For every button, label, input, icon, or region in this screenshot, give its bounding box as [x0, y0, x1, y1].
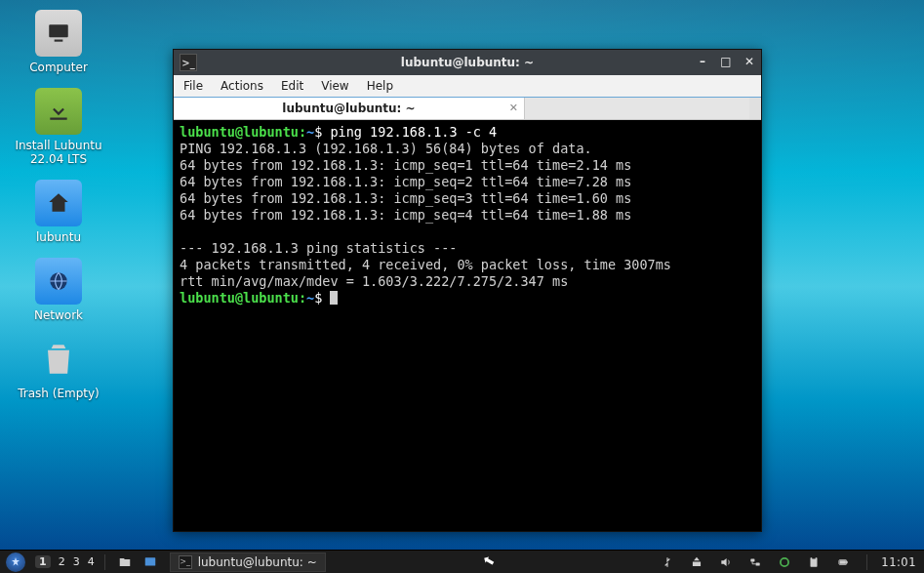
terminal-line: 64 bytes from 192.168.1.3: icmp_seq=1 tt…: [180, 157, 631, 173]
window-titlebar[interactable]: >_ lubuntu@lubuntu: ~ – □ ✕: [174, 50, 761, 75]
terminal-tab[interactable]: lubuntu@lubuntu: ~ ✕: [174, 98, 525, 119]
trash-icon: [35, 336, 82, 383]
terminal-icon: >_: [180, 54, 197, 71]
desktop-icon-install[interactable]: Install Lubuntu 22.04 LTS: [10, 88, 107, 166]
menu-view[interactable]: View: [321, 79, 348, 93]
svg-rect-4: [751, 558, 755, 561]
terminal-command: ping 192.168.1.3 -c 4: [330, 124, 497, 140]
terminal-line: 4 packets transmitted, 4 received, 0% pa…: [180, 257, 671, 272]
tray-updater-icon[interactable]: [658, 553, 677, 572]
tray-clipboard-icon[interactable]: [804, 553, 824, 572]
prompt-end: $: [314, 290, 322, 306]
show-desktop-icon[interactable]: [141, 553, 160, 572]
minimize-button[interactable]: –: [695, 54, 710, 69]
taskbar-task-terminal[interactable]: >_ lubuntu@lubuntu: ~: [170, 553, 326, 572]
tab-close-icon[interactable]: ✕: [509, 102, 518, 114]
tray-battery-icon[interactable]: [833, 553, 853, 572]
desktop-1[interactable]: 1: [35, 555, 51, 568]
prompt-sep: :: [299, 124, 306, 140]
desktop: Computer Install Lubuntu 22.04 LTS lubun…: [0, 0, 146, 414]
desktop-icon-label: Computer: [10, 61, 107, 74]
taskbar-separator: [866, 554, 867, 570]
tab-label: lubuntu@lubuntu: ~: [282, 102, 415, 115]
svg-rect-3: [144, 557, 155, 565]
menu-file[interactable]: File: [183, 79, 203, 93]
home-folder-icon: [35, 180, 82, 226]
svg-rect-1: [55, 40, 63, 42]
desktop-icon-label: lubuntu: [10, 230, 107, 244]
terminal-icon: >_: [179, 555, 192, 569]
system-tray: 11:01: [658, 553, 924, 572]
terminal-cursor: [330, 291, 338, 305]
desktop-4[interactable]: 4: [88, 555, 95, 568]
taskbar-clock[interactable]: 11:01: [881, 555, 916, 569]
menu-edit[interactable]: Edit: [281, 79, 303, 93]
desktop-icon-label: Trash (Empty): [10, 387, 107, 400]
desktop-icon-trash[interactable]: Trash (Empty): [10, 336, 107, 400]
file-manager-icon[interactable]: [115, 553, 135, 572]
terminal-line: 64 bytes from 192.168.1.3: icmp_seq=2 tt…: [180, 174, 631, 189]
menu-actions[interactable]: Actions: [221, 79, 263, 93]
terminal-line: 64 bytes from 192.168.1.3: icmp_seq=3 tt…: [180, 190, 631, 206]
desktop-icon-network[interactable]: Network: [10, 258, 107, 322]
window-title: lubuntu@lubuntu: ~: [401, 56, 534, 69]
desktop-icon-computer[interactable]: Computer: [10, 10, 107, 74]
terminal-window[interactable]: >_ lubuntu@lubuntu: ~ – □ ✕ File Actions…: [173, 49, 762, 532]
prompt-user: lubuntu@lubuntu: [180, 124, 299, 140]
desktop-icon-label: Network: [10, 308, 107, 322]
tray-removable-icon[interactable]: [687, 553, 706, 572]
terminal-line: --- 192.168.1.3 ping statistics ---: [180, 240, 457, 256]
maximize-button[interactable]: □: [718, 54, 734, 69]
install-icon: [35, 88, 82, 135]
app-launcher-button[interactable]: [6, 553, 25, 572]
svg-rect-0: [49, 24, 68, 37]
close-button[interactable]: ✕: [742, 54, 757, 69]
terminal-line: PING 192.168.1.3 (192.168.1.3) 56(84) by…: [180, 141, 592, 156]
desktop-icon-home[interactable]: lubuntu: [10, 180, 107, 244]
computer-icon: [35, 10, 82, 57]
prompt-end: $: [314, 124, 322, 140]
terminal-line: 64 bytes from 192.168.1.3: icmp_seq=4 tt…: [180, 207, 631, 223]
svg-rect-7: [811, 557, 818, 566]
terminal-line: rtt min/avg/max/mdev = 1.603/3.222/7.275…: [180, 273, 568, 289]
svg-rect-8: [813, 556, 817, 558]
tray-volume-icon[interactable]: [716, 553, 736, 572]
desktop-3[interactable]: 3: [73, 555, 80, 568]
desktop-icon-label: Install Lubuntu 22.04 LTS: [10, 139, 107, 166]
tray-status-icon[interactable]: [775, 553, 794, 572]
tabbar: lubuntu@lubuntu: ~ ✕: [174, 97, 761, 120]
svg-rect-11: [840, 560, 846, 564]
prompt-sep: :: [299, 290, 306, 306]
menubar: File Actions Edit View Help: [174, 75, 761, 97]
prompt-path: ~: [306, 124, 314, 140]
terminal-output[interactable]: lubuntu@lubuntu:~$ ping 192.168.1.3 -c 4…: [174, 120, 761, 531]
taskbar: 1 2 3 4 >_ lubuntu@lubuntu: ~ 11:01: [0, 550, 924, 573]
svg-rect-10: [847, 560, 848, 562]
task-title: lubuntu@lubuntu: ~: [198, 555, 317, 569]
network-folder-icon: [35, 258, 82, 305]
svg-point-6: [781, 557, 788, 565]
prompt-user: lubuntu@lubuntu: [180, 290, 299, 306]
prompt-path: ~: [306, 290, 314, 306]
tray-network-icon[interactable]: [745, 553, 765, 572]
virtual-desktops: 1 2 3 4: [35, 555, 95, 568]
taskbar-separator: [104, 554, 105, 570]
tabbar-empty: [525, 98, 749, 119]
menu-help[interactable]: Help: [367, 79, 393, 93]
svg-rect-5: [756, 562, 760, 565]
desktop-2[interactable]: 2: [59, 555, 65, 568]
